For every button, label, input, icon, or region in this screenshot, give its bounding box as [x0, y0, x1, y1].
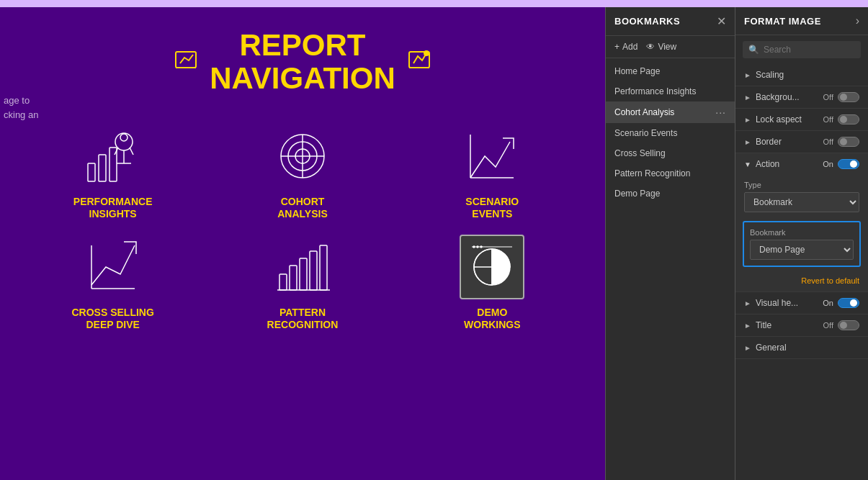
bookmarks-view-button[interactable]: 👁 View	[646, 42, 676, 52]
bm-item-home-page[interactable]: Home Page	[606, 61, 735, 81]
action-label: Action	[756, 159, 779, 169]
scenario-events-label: SCENARIOEVENTS	[465, 196, 519, 220]
bookmark-section: Bookmark Demo Page Home Page Performance…	[743, 221, 861, 267]
bookmarks-close-button[interactable]: ✕	[717, 14, 726, 28]
format-panel-expand-button[interactable]: ›	[856, 14, 859, 27]
bookmark-label: Bookmark	[750, 228, 854, 237]
bookmarks-add-button[interactable]: + Add	[614, 42, 637, 52]
background-status: Off	[823, 93, 833, 101]
title-label: Title	[756, 320, 771, 330]
svg-rect-24	[290, 266, 297, 290]
format-row-background[interactable]: ► Backgrou... Off	[735, 86, 868, 108]
lock-aspect-status: Off	[823, 115, 833, 124]
action-toggle[interactable]	[838, 159, 859, 169]
bm-item-scenario-events[interactable]: Scenario Events	[606, 123, 735, 143]
lock-aspect-toggle[interactable]	[838, 114, 859, 124]
format-image-header: FORMAT IMAGE ›	[735, 7, 868, 35]
nav-item-pattern-recognition[interactable]: PATTERNRECOGNITION	[211, 235, 393, 331]
pattern-recognition-label: PATTERNRECOGNITION	[267, 307, 339, 331]
bookmarks-title: BOOKMARKS	[614, 16, 680, 27]
top-bar	[0, 0, 868, 7]
border-toggle[interactable]	[838, 137, 859, 147]
action-status: On	[823, 160, 833, 168]
type-label: Type	[744, 181, 859, 189]
svg-point-33	[473, 246, 475, 248]
format-section-lock-aspect: ► Lock aspect Off	[735, 109, 868, 131]
bm-item-pattern-recognition[interactable]: Pattern Recognition	[606, 163, 735, 184]
svg-rect-5	[88, 163, 95, 181]
format-row-title[interactable]: ► Title Off	[735, 314, 868, 336]
svg-point-13	[120, 134, 127, 141]
action-expand-arrow: ▼	[744, 160, 751, 168]
type-section: Type Bookmark Page navigation Back Q&A W…	[735, 175, 868, 215]
pattern-recognition-icon	[270, 235, 335, 299]
format-row-general[interactable]: ► General	[735, 337, 868, 358]
visual-header-status: On	[823, 299, 833, 307]
general-label: General	[756, 343, 787, 353]
nav-icon-left	[173, 46, 199, 78]
view-icon: 👁	[646, 42, 655, 52]
format-row-visual-header[interactable]: ► Visual he... On	[735, 292, 868, 314]
bookmarks-panel-header: BOOKMARKS ✕	[606, 7, 735, 36]
bookmark-select[interactable]: Demo Page Home Page Performance Insights…	[750, 240, 854, 260]
border-status: Off	[823, 137, 833, 146]
format-row-scaling[interactable]: ► Scaling	[735, 64, 868, 86]
bm-item-cross-selling[interactable]: Cross Selling	[606, 143, 735, 163]
svg-rect-25	[300, 258, 307, 290]
bookmarks-panel: BOOKMARKS ✕ + Add 👁 View Home Page Perfo…	[605, 7, 735, 480]
scaling-label: Scaling	[756, 70, 784, 80]
nav-item-cross-selling[interactable]: CROSS SELLINGDEEP DIVE	[22, 235, 204, 331]
svg-rect-27	[320, 245, 327, 290]
title-toggle[interactable]	[838, 320, 859, 330]
nav-item-performance-insights[interactable]: PERFORMANCEINSIGHTS	[22, 124, 204, 220]
main-area: age to cking an REPORT NAVIGATION	[0, 7, 868, 480]
background-toggle[interactable]	[838, 92, 859, 102]
svg-rect-23	[279, 274, 287, 290]
bm-item-cohort-analysis[interactable]: Cohort Analysis ···	[606, 101, 735, 123]
revert-link[interactable]: Revert to default	[735, 273, 868, 291]
format-section-background: ► Backgrou... Off	[735, 86, 868, 109]
format-image-panel: FORMAT IMAGE › 🔍 ► Scaling ► Backgrou...	[735, 7, 868, 480]
demo-workings-box	[460, 235, 524, 299]
title-status: Off	[823, 321, 833, 330]
cohort-analysis-icon	[270, 124, 335, 189]
general-expand-arrow: ►	[744, 344, 751, 352]
nav-item-cohort-analysis[interactable]: COHORTANALYSIS	[211, 124, 393, 220]
format-row-lock-aspect[interactable]: ► Lock aspect Off	[735, 109, 868, 130]
scaling-expand-arrow: ►	[744, 71, 751, 79]
bm-item-demo-page[interactable]: Demo Page	[606, 184, 735, 204]
format-section-action: ▼ Action On Type Bookmark Page navigatio…	[735, 153, 868, 292]
bm-item-performance-insights[interactable]: Performance Insights	[606, 81, 735, 101]
format-search-box[interactable]: 🔍	[743, 41, 861, 58]
format-section-visual-header: ► Visual he... On	[735, 292, 868, 314]
format-search-input[interactable]	[764, 45, 855, 55]
background-label: Backgrou...	[756, 92, 800, 102]
svg-point-35	[480, 246, 482, 248]
svg-point-4	[424, 51, 429, 55]
format-row-border[interactable]: ► Border Off	[735, 131, 868, 153]
bm-item-dots[interactable]: ···	[715, 107, 726, 118]
performance-insights-icon	[81, 124, 146, 189]
bookmarks-actions: + Add 👁 View	[606, 36, 735, 58]
title-expand-arrow: ►	[744, 322, 751, 330]
format-section-general: ► General	[735, 337, 868, 359]
scenario-events-icon	[460, 124, 524, 189]
format-section-title: ► Title Off	[735, 314, 868, 337]
svg-line-10	[130, 148, 133, 155]
cohort-analysis-label: COHORTANALYSIS	[277, 196, 328, 220]
bookmarks-list: Home Page Performance Insights Cohort An…	[606, 58, 735, 207]
svg-rect-6	[99, 155, 106, 181]
nav-item-demo-workings[interactable]: DEMOWORKINGS	[401, 235, 583, 331]
nav-item-scenario-events[interactable]: SCENARIOEVENTS	[401, 124, 583, 220]
nav-icon-right	[406, 46, 432, 78]
format-row-action[interactable]: ▼ Action On	[735, 153, 868, 175]
format-section-border: ► Border Off	[735, 131, 868, 153]
background-expand-arrow: ►	[744, 94, 751, 101]
add-icon: +	[614, 42, 619, 52]
cross-selling-icon	[81, 235, 146, 299]
visual-header-toggle[interactable]	[838, 298, 859, 308]
type-select[interactable]: Bookmark Page navigation Back Q&A Web UR…	[744, 192, 859, 212]
performance-insights-label: PERFORMANCEINSIGHTS	[73, 196, 153, 220]
format-image-title: FORMAT IMAGE	[744, 16, 821, 27]
report-navigation-panel: age to cking an REPORT NAVIGATION	[0, 7, 605, 480]
